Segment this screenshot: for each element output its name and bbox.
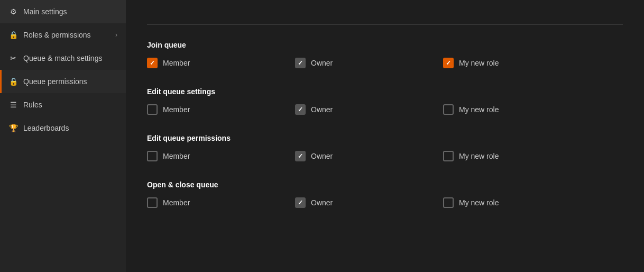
sidebar-icon-queue-permissions: 🔒: [8, 77, 18, 86]
sidebar-icon-queue-match-settings: ✂: [8, 54, 18, 62]
checkbox-owner[interactable]: ✓: [295, 104, 306, 115]
sidebar-item-roles-permissions[interactable]: 🔒Roles & permissions›: [0, 23, 126, 47]
permission-label: My new role: [459, 59, 499, 67]
permission-item: ✓Owner: [295, 151, 443, 161]
permission-item: My new role: [443, 197, 591, 208]
permission-label: Member: [163, 105, 190, 114]
checkbox-member[interactable]: [147, 104, 158, 115]
permission-row-open-close-queue: Member✓OwnerMy new role: [147, 197, 623, 208]
permission-item: Member: [147, 104, 295, 115]
permission-section-join-queue: Join queue✓Member✓Owner✓My new role: [147, 41, 623, 68]
permission-item: ✓My new role: [443, 58, 591, 68]
checkbox-member[interactable]: [147, 151, 158, 161]
sidebar-label-leaderboards: Leaderboards: [23, 124, 117, 132]
permission-item: ✓Member: [147, 58, 295, 68]
permission-row-join-queue: ✓Member✓Owner✓My new role: [147, 58, 623, 68]
checkbox-owner[interactable]: ✓: [295, 151, 306, 161]
permission-row-edit-queue-permissions: Member✓OwnerMy new role: [147, 151, 623, 161]
checkbox-my-new-role[interactable]: [443, 104, 454, 115]
sidebar-label-main-settings: Main settings: [23, 7, 117, 16]
sidebar-item-queue-permissions[interactable]: 🔒Queue permissions: [0, 70, 126, 93]
checkbox-member[interactable]: [147, 197, 158, 208]
permission-section-open-close-queue: Open & close queueMember✓OwnerMy new rol…: [147, 180, 623, 208]
checkmark-icon: ✓: [446, 60, 451, 66]
permission-section-edit-queue-settings: Edit queue settingsMember✓OwnerMy new ro…: [147, 87, 623, 115]
permission-item: ✓Owner: [295, 197, 443, 208]
permission-label: Owner: [311, 59, 333, 67]
sidebar-item-queue-match-settings[interactable]: ✂Queue & match settings: [0, 47, 126, 70]
sidebar-item-rules[interactable]: ☰Rules: [0, 93, 126, 116]
permission-label: Owner: [311, 198, 333, 207]
sidebar-label-queue-permissions: Queue permissions: [23, 77, 117, 86]
permission-label: My new role: [459, 152, 499, 160]
sidebar-icon-rules: ☰: [8, 101, 18, 109]
checkmark-icon: ✓: [298, 153, 303, 159]
divider: [147, 24, 623, 25]
checkmark-icon: ✓: [298, 106, 303, 113]
permission-section-edit-queue-permissions: Edit queue permissionsMember✓OwnerMy new…: [147, 134, 623, 161]
permission-label: My new role: [459, 198, 499, 207]
checkbox-owner[interactable]: ✓: [295, 58, 306, 68]
checkbox-owner[interactable]: ✓: [295, 197, 306, 208]
section-title-edit-queue-settings: Edit queue settings: [147, 87, 623, 96]
checkbox-my-new-role[interactable]: ✓: [443, 58, 454, 68]
permission-row-edit-queue-settings: Member✓OwnerMy new role: [147, 104, 623, 115]
sidebar-label-roles-permissions: Roles & permissions: [23, 31, 110, 39]
permission-item: ✓Owner: [295, 58, 443, 68]
permission-label: My new role: [459, 105, 499, 114]
section-title-open-close-queue: Open & close queue: [147, 180, 623, 189]
section-title-edit-queue-permissions: Edit queue permissions: [147, 134, 623, 142]
sidebar-icon-leaderboards: 🏆: [8, 124, 18, 132]
permission-label: Member: [163, 152, 190, 160]
sidebar-icon-main-settings: ⚙: [8, 7, 18, 16]
permission-item: ✓Owner: [295, 104, 443, 115]
permission-item: Member: [147, 197, 295, 208]
checkbox-my-new-role[interactable]: [443, 151, 454, 161]
permission-item: My new role: [443, 151, 591, 161]
sidebar-label-queue-match-settings: Queue & match settings: [23, 54, 117, 62]
chevron-icon: ›: [115, 31, 117, 39]
permission-label: Member: [163, 59, 190, 67]
permission-label: Owner: [311, 152, 333, 160]
permission-label: Owner: [311, 105, 333, 114]
sidebar-icon-roles-permissions: 🔒: [8, 31, 18, 39]
permissions-container: Join queue✓Member✓Owner✓My new roleEdit …: [147, 41, 623, 208]
sidebar-item-leaderboards[interactable]: 🏆Leaderboards: [0, 116, 126, 140]
checkbox-my-new-role[interactable]: [443, 197, 454, 208]
sidebar-label-rules: Rules: [23, 101, 117, 109]
checkmark-icon: ✓: [298, 60, 303, 66]
section-title-join-queue: Join queue: [147, 41, 623, 49]
sidebar: ⚙Main settings🔒Roles & permissions›✂Queu…: [0, 0, 126, 272]
sidebar-item-main-settings[interactable]: ⚙Main settings: [0, 0, 126, 23]
checkbox-member[interactable]: ✓: [147, 58, 158, 68]
permission-label: Member: [163, 198, 190, 207]
checkmark-icon: ✓: [298, 200, 303, 206]
checkmark-icon: ✓: [150, 60, 155, 66]
main-content: Join queue✓Member✓Owner✓My new roleEdit …: [126, 0, 644, 272]
permission-item: Member: [147, 151, 295, 161]
permission-item: My new role: [443, 104, 591, 115]
